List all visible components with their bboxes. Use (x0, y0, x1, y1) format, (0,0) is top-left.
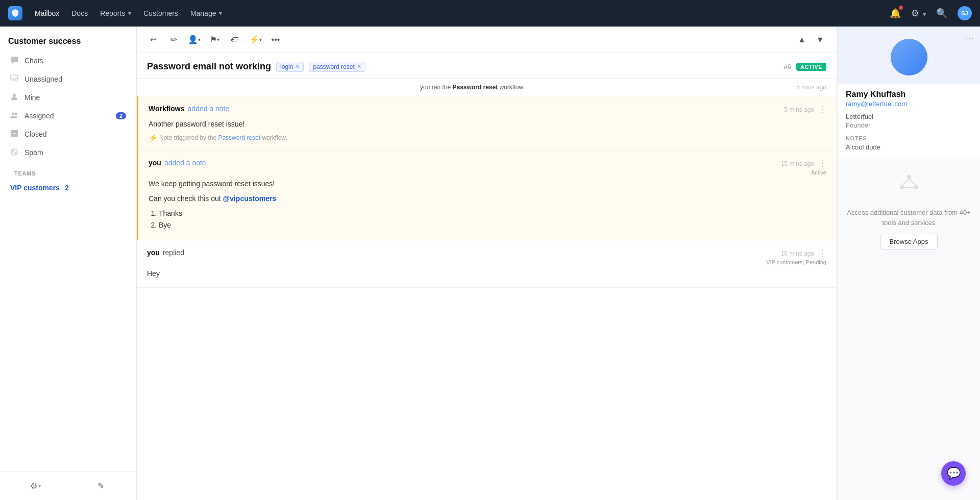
user-avatar[interactable]: SJ (958, 6, 972, 20)
spam-label: Spam (24, 148, 43, 157)
edit-button[interactable]: ✏ (165, 32, 182, 48)
message-workflows-note: Workflows added a note 5 mins ago ⋮ Anot… (137, 96, 837, 151)
tag-login[interactable]: login ✕ (276, 62, 304, 72)
msg-time-1: 5 mins ago (784, 106, 814, 113)
edit-icon: ✏ (170, 35, 177, 44)
compose-icon: ✎ (97, 481, 104, 491)
apps-description: Access additional customer data from 40+… (846, 208, 972, 228)
system-message-text: you ran the Password reset workflow (420, 84, 523, 91)
conversation-header: Password email not working login ✕ passw… (137, 53, 837, 79)
tag-password-reset[interactable]: password reset ✕ (309, 62, 365, 72)
contact-card: ⋯ Ramy Khuffash ramy@letterfuel.com Lett… (838, 27, 980, 159)
tag-login-remove[interactable]: ✕ (295, 63, 300, 70)
msg-header-row-2: you added a note 15 mins ago ⋮ Active (149, 159, 826, 176)
msg-more-button-3[interactable]: ⋮ (818, 248, 826, 258)
tag-password-reset-remove[interactable]: ✕ (357, 63, 361, 70)
contact-info: Ramy Khuffash ramy@letterfuel.com Letter… (838, 84, 980, 159)
flag-button[interactable]: ⚑ ▾ (206, 32, 223, 48)
svg-point-8 (907, 175, 911, 179)
notification-badge (899, 6, 903, 10)
conversation-title-row: Password email not working login ✕ passw… (147, 61, 826, 72)
vip-customers-count: 2 (65, 184, 69, 192)
msg-header-left-3: you replied (147, 248, 766, 260)
msg-header-left-2: you added a note (149, 159, 781, 170)
message-you-note: you added a note 15 mins ago ⋮ Active We… (137, 151, 837, 240)
msg-action-2: added a note (164, 159, 206, 167)
msg-body-2: We keep getting password reset issues! C… (149, 179, 826, 231)
top-nav: Mailbox Docs Reports ▾ Customers Manage … (0, 0, 980, 27)
sidebar: Customer success Chats Unassigned Mine (0, 27, 137, 500)
contact-email[interactable]: ramy@letterfuel.com (846, 100, 972, 108)
undo-button[interactable]: ↩ (145, 32, 161, 48)
msg-more-button-2[interactable]: ⋮ (818, 159, 826, 168)
nav-docs[interactable]: Docs (71, 7, 88, 19)
msg-body-3: Hey (147, 268, 826, 279)
settings-gear-button[interactable]: ⚙ ▾ (911, 8, 926, 19)
search-button[interactable]: 🔍 (936, 8, 947, 19)
sidebar-settings-button[interactable]: ⚙ ▾ (4, 477, 67, 495)
undo-icon: ↩ (150, 35, 157, 44)
workflow-button[interactable]: ⚡ ▾ (247, 32, 263, 48)
svg-rect-4 (11, 132, 18, 137)
sidebar-item-assigned[interactable]: Assigned 2 (4, 107, 132, 124)
sidebar-item-vip-customers[interactable]: VIP customers 2 (4, 180, 132, 196)
chat-fab-button[interactable]: 💬 (941, 461, 966, 486)
chevron-down-icon: ▼ (816, 35, 824, 44)
assigned-count: 2 (116, 112, 126, 119)
msg-sub-2: Active (811, 169, 826, 176)
conversation-meta: #6 ACTIVE (784, 63, 826, 71)
more-options-button[interactable]: ••• (267, 32, 284, 48)
nav-buttons: ▲ ▼ (794, 32, 828, 48)
tag-password-reset-label: password reset (313, 63, 354, 70)
notifications-button[interactable]: 🔔 (890, 8, 901, 19)
sidebar-footer: ⚙ ▾ ✎ (0, 471, 136, 500)
sidebar-title: Customer success (0, 27, 136, 52)
svg-line-11 (902, 179, 909, 185)
list-item-1: Thanks (159, 208, 826, 219)
sidebar-nav: Chats Unassigned Mine Assigned 2 (0, 52, 136, 471)
sidebar-item-chats[interactable]: Chats (4, 52, 132, 69)
svg-line-7 (12, 150, 17, 155)
unassigned-label: Unassigned (24, 75, 62, 83)
settings-icon: ⚙ (30, 481, 37, 491)
nav-reports[interactable]: Reports ▾ (100, 7, 131, 19)
sidebar-item-unassigned[interactable]: Unassigned (4, 70, 132, 88)
msg-more-button-1[interactable]: ⋮ (818, 105, 826, 114)
mine-label: Mine (24, 93, 40, 102)
contact-company: Letterfuel (846, 113, 972, 120)
password-reset-link[interactable]: Password reset (218, 134, 260, 141)
msg-header-3: you replied (147, 248, 766, 257)
contact-more-button[interactable]: ⋯ (965, 33, 974, 44)
flag-chevron-icon: ▾ (217, 37, 219, 42)
sidebar-item-mine[interactable]: Mine (4, 89, 132, 106)
nav-mailbox[interactable]: Mailbox (35, 7, 59, 19)
toolbar: ↩ ✏ 👤 ▾ ⚑ ▾ 🏷 ⚡ ▾ ••• (137, 27, 837, 53)
assign-button[interactable]: 👤 ▾ (186, 32, 202, 48)
msg-time-2: 15 mins ago (781, 160, 814, 167)
msg-action-1: added a note (188, 105, 230, 113)
svg-rect-5 (11, 130, 18, 132)
settings-chevron-icon: ▾ (923, 11, 926, 18)
msg-trigger-1: ⚡ Note triggered by the Password reset w… (149, 134, 826, 142)
msg-header-left-1: Workflows added a note (149, 105, 784, 116)
teams-section-label: TEAMS (4, 162, 132, 180)
label-button[interactable]: 🏷 (227, 32, 243, 48)
sidebar-compose-button[interactable]: ✎ (69, 477, 133, 495)
msg-author-2: you (149, 159, 161, 167)
nav-manage[interactable]: Manage ▾ (190, 7, 223, 19)
next-conversation-button[interactable]: ▼ (812, 32, 828, 48)
msg-line-1: We keep getting password reset issues! (149, 179, 826, 189)
chevron-up-icon: ▲ (798, 35, 806, 44)
nav-customers[interactable]: Customers (143, 7, 178, 19)
sidebar-item-spam[interactable]: Spam (4, 144, 132, 161)
browse-apps-button[interactable]: Browse Apps (880, 234, 938, 249)
msg-header-1: Workflows added a note (149, 105, 784, 113)
inbox-icon (10, 74, 19, 84)
sidebar-item-closed[interactable]: Closed (4, 126, 132, 143)
assign-chevron-icon: ▾ (198, 37, 201, 42)
closed-archive-icon (10, 130, 19, 139)
prev-conversation-button[interactable]: ▲ (794, 32, 810, 48)
status-badge: ACTIVE (796, 63, 826, 71)
list-item-2: Bye (159, 220, 826, 231)
contact-notes: A cool dude (846, 143, 972, 151)
